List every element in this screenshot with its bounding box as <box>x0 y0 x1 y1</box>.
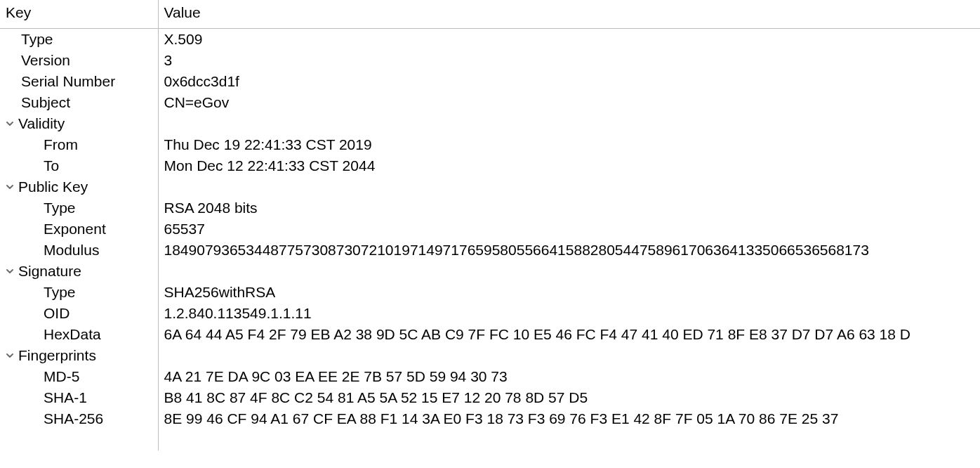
chevron-down-icon[interactable] <box>6 119 15 128</box>
value-cell <box>158 176 980 197</box>
value-cell: 65537 <box>158 219 980 240</box>
key-label: From <box>44 136 152 153</box>
table-row: TypeSHA256withRSA <box>0 282 980 303</box>
table-row: TypeRSA 2048 bits <box>0 197 980 219</box>
key-cell: Fingerprints <box>0 345 158 366</box>
table-row: SHA-1B8 41 8C 87 4F 8C C2 54 81 A5 5A 52… <box>0 387 980 408</box>
key-label: SHA-1 <box>44 389 152 406</box>
table-row: HexData6A 64 44 A5 F4 2F 79 EB A2 38 9D … <box>0 324 980 345</box>
value-cell <box>158 345 980 366</box>
table-row: OID1.2.840.113549.1.1.11 <box>0 303 980 324</box>
value-cell: 1849079365344877573087307210197149717659… <box>158 240 980 261</box>
table-row: FromThu Dec 19 22:41:33 CST 2019 <box>0 134 980 155</box>
table-row[interactable]: Fingerprints <box>0 345 980 366</box>
table-row: MD-54A 21 7E DA 9C 03 EA EE 2E 7B 57 5D … <box>0 366 980 387</box>
key-label: HexData <box>44 326 152 343</box>
value-cell: 0x6dcc3d1f <box>158 71 980 92</box>
key-label: Fingerprints <box>18 347 152 364</box>
key-label: Public Key <box>18 178 152 195</box>
key-label: Signature <box>18 263 152 280</box>
column-header-key[interactable]: Key <box>0 0 158 29</box>
key-label: Type <box>44 200 152 216</box>
key-label: Exponent <box>44 221 152 238</box>
table-row: ToMon Dec 12 22:41:33 CST 2044 <box>0 155 980 176</box>
key-label: Type <box>21 31 152 48</box>
value-cell <box>158 113 980 134</box>
table-row: Version3 <box>0 50 980 71</box>
table-row[interactable]: Public Key <box>0 176 980 197</box>
table-row: Serial Number0x6dcc3d1f <box>0 71 980 92</box>
table-row: SHA-2568E 99 46 CF 94 A1 67 CF EA 88 F1 … <box>0 408 980 429</box>
chevron-down-icon[interactable] <box>6 351 15 360</box>
key-cell: MD-5 <box>0 366 158 387</box>
value-cell: Mon Dec 12 22:41:33 CST 2044 <box>158 155 980 176</box>
value-cell: 6A 64 44 A5 F4 2F 79 EB A2 38 9D 5C AB C… <box>158 324 980 345</box>
value-cell: B8 41 8C 87 4F 8C C2 54 81 A5 5A 52 15 E… <box>158 387 980 408</box>
value-cell: RSA 2048 bits <box>158 197 980 219</box>
key-label: OID <box>44 305 152 322</box>
value-cell: 8E 99 46 CF 94 A1 67 CF EA 88 F1 14 3A E… <box>158 408 980 429</box>
key-cell: From <box>0 134 158 155</box>
key-cell: Public Key <box>0 176 158 197</box>
value-cell <box>158 261 980 282</box>
key-label: Subject <box>21 94 152 111</box>
value-cell: CN=eGov <box>158 92 980 113</box>
key-label: SHA-256 <box>44 410 152 427</box>
spacer-row <box>0 429 980 450</box>
value-cell: 3 <box>158 50 980 71</box>
key-cell: Signature <box>0 261 158 282</box>
key-cell: Validity <box>0 113 158 134</box>
key-label: Version <box>21 52 152 69</box>
key-cell: OID <box>0 303 158 324</box>
value-cell: SHA256withRSA <box>158 282 980 303</box>
key-cell: HexData <box>0 324 158 345</box>
chevron-down-icon[interactable] <box>6 267 15 275</box>
key-label: Serial Number <box>21 73 152 90</box>
table-row: SubjectCN=eGov <box>0 92 980 113</box>
value-cell: Thu Dec 19 22:41:33 CST 2019 <box>158 134 980 155</box>
table-row: Exponent65537 <box>0 219 980 240</box>
key-cell: Exponent <box>0 219 158 240</box>
certificate-table: Key Value TypeX.509Version3Serial Number… <box>0 0 980 450</box>
value-cell: 1.2.840.113549.1.1.11 <box>158 303 980 324</box>
table-row: TypeX.509 <box>0 29 980 51</box>
key-cell: Subject <box>0 92 158 113</box>
column-header-value[interactable]: Value <box>158 0 980 29</box>
key-label: Modulus <box>44 242 152 259</box>
key-cell: Serial Number <box>0 71 158 92</box>
key-cell: SHA-256 <box>0 408 158 429</box>
table-header: Key Value <box>0 0 980 29</box>
key-label: To <box>44 157 152 174</box>
chevron-down-icon[interactable] <box>6 183 15 191</box>
table-row: Modulus184907936534487757308730721019714… <box>0 240 980 261</box>
table-row[interactable]: Validity <box>0 113 980 134</box>
key-cell: Modulus <box>0 240 158 261</box>
key-cell: To <box>0 155 158 176</box>
key-cell: Type <box>0 29 158 51</box>
key-cell: Type <box>0 197 158 219</box>
key-cell: Version <box>0 50 158 71</box>
key-cell: Type <box>0 282 158 303</box>
key-label: MD-5 <box>44 368 152 385</box>
key-label: Validity <box>18 115 152 132</box>
value-cell: 4A 21 7E DA 9C 03 EA EE 2E 7B 57 5D 59 9… <box>158 366 980 387</box>
key-cell: SHA-1 <box>0 387 158 408</box>
key-label: Type <box>44 284 152 301</box>
table-row[interactable]: Signature <box>0 261 980 282</box>
value-cell: X.509 <box>158 29 980 51</box>
